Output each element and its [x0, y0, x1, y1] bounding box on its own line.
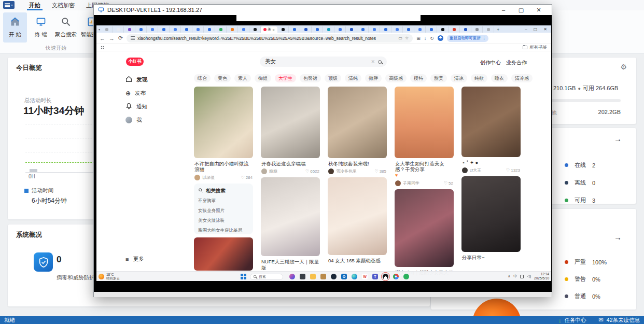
- note-image[interactable]: [395, 87, 454, 158]
- filter-chip[interactable]: 微胖: [365, 74, 382, 82]
- note-image[interactable]: [461, 87, 521, 157]
- author-name[interactable]: 子南同学: [403, 180, 442, 186]
- browser-tab[interactable]: [101, 26, 113, 33]
- note-caption[interactable]: 不许把自由的小猫叫做流浪猫: [194, 161, 253, 173]
- download-icon[interactable]: ↓: [424, 36, 427, 41]
- browser-tab[interactable]: [403, 26, 414, 33]
- note-image[interactable]: [461, 176, 521, 252]
- business-link[interactable]: 业务合作: [506, 59, 527, 66]
- author-avatar[interactable]: [328, 168, 334, 174]
- note-caption[interactable]: 04 女大 165 素颜幼态感: [328, 258, 386, 263]
- browser-tab[interactable]: [277, 26, 289, 33]
- qq-icon[interactable]: [383, 274, 388, 279]
- browser-tab[interactable]: [147, 26, 158, 33]
- like-count[interactable]: ♡6522: [305, 169, 319, 174]
- remote-window-titlebar[interactable]: DESKTOP-VLKTLE1 - 192.168.31.27 – ▢ ✕: [94, 5, 552, 15]
- task-center-link[interactable]: 任务中心: [565, 317, 586, 324]
- wechat-icon[interactable]: [403, 274, 409, 279]
- sidebar-item-plus[interactable]: ⊕发布: [125, 89, 147, 97]
- sidebar-item-user[interactable]: 我: [125, 116, 147, 124]
- browser-tab[interactable]: [135, 26, 147, 33]
- note-image[interactable]: [261, 87, 320, 158]
- cast-icon[interactable]: ▭: [398, 36, 402, 40]
- gear-icon[interactable]: ⚙: [620, 63, 627, 71]
- browser-tab[interactable]: [391, 26, 403, 33]
- steam-icon[interactable]: [331, 274, 337, 279]
- sync-icon[interactable]: ↻: [430, 36, 434, 41]
- unread-messages-link[interactable]: 42条未读信息: [607, 317, 640, 324]
- note-image[interactable]: [261, 177, 320, 256]
- browser-tab[interactable]: [249, 26, 261, 33]
- note-caption[interactable]: NUFE大三精致一天｜限量版: [261, 259, 319, 271]
- all-bookmarks-button[interactable]: 所有书签: [523, 45, 547, 51]
- maximize-button[interactable]: ▢: [512, 7, 530, 13]
- filter-chip[interactable]: 综合: [194, 74, 211, 82]
- author-name[interactable]: 雪冷冬包里: [336, 168, 372, 174]
- menu-dots-icon[interactable]: ⋮: [482, 36, 486, 40]
- address-bar[interactable]: xiaohongshu.com/search_result?keyword=%2…: [127, 34, 413, 43]
- relaunch-update-button[interactable]: 重新启动即可更新 ⋮: [447, 35, 489, 42]
- browser-tab[interactable]: [483, 26, 494, 33]
- browser-tab[interactable]: [238, 26, 249, 33]
- filter-chip[interactable]: 黄色: [214, 74, 231, 82]
- filter-chip[interactable]: 模特: [410, 74, 427, 82]
- note-caption[interactable]: 分享日常~: [462, 255, 520, 260]
- browser-tab[interactable]: [357, 26, 369, 33]
- wps-icon[interactable]: W: [362, 274, 368, 279]
- browser-tab[interactable]: [312, 26, 323, 33]
- close-button[interactable]: ✕: [530, 7, 548, 13]
- note-image[interactable]: [194, 237, 253, 271]
- filter-chip[interactable]: 睡衣: [491, 74, 508, 82]
- note-image[interactable]: [328, 177, 387, 255]
- edge-icon[interactable]: [352, 274, 357, 279]
- browser-tab[interactable]: [170, 26, 181, 33]
- host-tab-start[interactable]: 开始: [27, 0, 43, 10]
- browser-tab[interactable]: [323, 26, 334, 33]
- outlook-icon[interactable]: O: [341, 274, 347, 279]
- browser-tab[interactable]: [289, 26, 300, 33]
- filter-chip[interactable]: 御姐: [255, 74, 271, 82]
- filter-chip[interactable]: 高级感: [385, 74, 407, 82]
- new-tab-button[interactable]: +: [497, 27, 499, 32]
- author-name[interactable]: 以琛值: [202, 175, 239, 180]
- browser-minimize-button[interactable]: –: [525, 27, 527, 32]
- sidebar-item-home[interactable]: 发现: [125, 75, 147, 84]
- filter-chip[interactable]: 清纯: [345, 74, 361, 82]
- browser-tab[interactable]: [227, 26, 238, 33]
- site-settings-icon[interactable]: [131, 36, 135, 40]
- like-count[interactable]: ♡1323: [506, 168, 520, 173]
- related-search-item[interactable]: 女孩全身照片: [198, 208, 249, 214]
- sidebar-more-button[interactable]: ≡ 更多: [125, 256, 144, 263]
- note-image[interactable]: [328, 87, 387, 158]
- tab-search-chevron-icon[interactable]: ▾: [97, 27, 101, 33]
- note-image[interactable]: [194, 87, 253, 158]
- taskbar-search[interactable]: 搜索: [250, 274, 283, 280]
- bookmark-star-icon[interactable]: ☆: [405, 36, 409, 40]
- host-tab-doc-encrypt[interactable]: 文档加密: [50, 0, 77, 10]
- copilot-icon[interactable]: [289, 274, 295, 279]
- browser-tab[interactable]: [124, 26, 135, 33]
- explorer-icon[interactable]: [310, 274, 316, 279]
- start-button[interactable]: [241, 274, 246, 279]
- teams-icon[interactable]: T: [372, 274, 378, 279]
- ribbon-button-terminal[interactable]: 终 端: [29, 12, 53, 43]
- browser-tab[interactable]: [215, 26, 227, 33]
- browser-tab[interactable]: [426, 26, 437, 33]
- ime-indicator[interactable]: 中: [513, 274, 517, 279]
- filter-chip[interactable]: 大学生: [275, 74, 296, 82]
- app-menu-icon[interactable]: ▾: [3, 1, 15, 9]
- extensions-icon[interactable]: ⊞: [416, 36, 421, 41]
- tab-close-icon[interactable]: ✕: [272, 28, 275, 32]
- clock[interactable]: 12:14 2025/5/10: [534, 272, 549, 280]
- browser-tab[interactable]: [334, 26, 346, 33]
- filter-chip[interactable]: 顶级: [325, 74, 341, 82]
- ribbon-button-search[interactable]: 聚合搜索: [54, 12, 78, 43]
- browser-tab[interactable]: [192, 26, 204, 33]
- filter-chip[interactable]: 素人: [234, 74, 251, 82]
- browser-tab[interactable]: [369, 26, 380, 33]
- reload-button[interactable]: ⟳: [118, 35, 123, 41]
- display-icon[interactable]: [520, 275, 524, 278]
- filter-chip[interactable]: 甜美: [430, 74, 447, 82]
- store-icon[interactable]: [320, 274, 326, 279]
- xiaohongshu-logo[interactable]: 小红书: [126, 58, 144, 66]
